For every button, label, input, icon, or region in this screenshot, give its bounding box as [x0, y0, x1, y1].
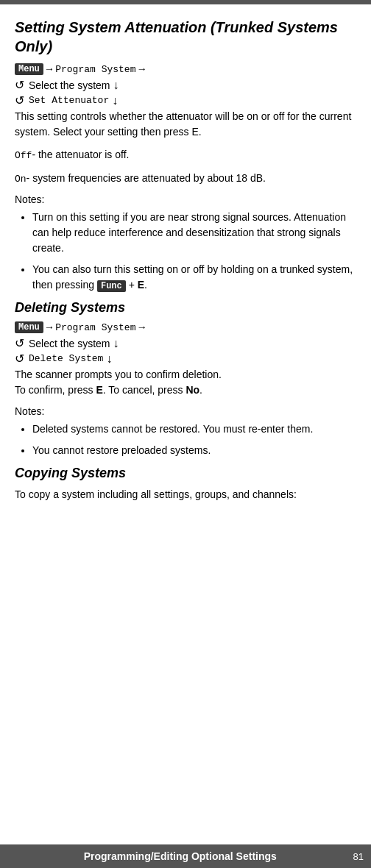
off-text: - the attenuator is off.	[32, 149, 129, 160]
arrow-icon-2: →	[138, 63, 144, 75]
arrow-icon-1: →	[46, 63, 52, 75]
on-text: - system frequencies are attenuated by a…	[26, 172, 266, 184]
arrow-icon-3: →	[46, 321, 52, 333]
section1-title: Setting System Attenuation (Trunked Syst…	[15, 18, 356, 56]
section3-description: To copy a system including all settings,…	[15, 487, 356, 502]
section2-step1: ↺ Select the system ↓	[15, 336, 356, 350]
path-text-1: Program System	[55, 64, 135, 75]
page-content: Setting System Attenuation (Trunked Syst…	[0, 4, 371, 524]
step2-mono-2: Delete System	[29, 353, 103, 364]
down-arrow-2: ↓	[112, 94, 118, 107]
section1-off: Off- the attenuator is off.	[15, 147, 356, 163]
on-label: On	[15, 174, 26, 185]
section1-on: On- system frequencies are attenuated by…	[15, 171, 356, 187]
rotate-icon-2: ↺	[15, 93, 24, 107]
footer-title: Programming/Editing Optional Settings	[7, 850, 353, 862]
menu-badge-2: Menu	[15, 321, 43, 333]
rotate-icon-3: ↺	[15, 336, 24, 350]
e-key: E	[138, 279, 144, 291]
rotate-icon-1: ↺	[15, 78, 24, 92]
footer-bar: Programming/Editing Optional Settings 81	[0, 844, 371, 868]
section1-step2: ↺ Set Attenuator ↓	[15, 93, 356, 107]
step1-text-2: Select the system	[29, 338, 110, 349]
list-item: You cannot restore preloaded systems.	[32, 443, 356, 458]
step1-text-1: Select the system	[29, 79, 110, 91]
section2-step2: ↺ Delete System ↓	[15, 352, 356, 366]
e-key-2: E	[96, 384, 102, 396]
down-arrow-1: ↓	[113, 79, 119, 92]
no-key: No	[186, 384, 199, 396]
section3-title: Copying Systems	[15, 466, 356, 481]
section2-description1: The scanner prompts you to confirm delet…	[15, 367, 356, 398]
section1-notes-label: Notes:	[15, 193, 356, 205]
arrow-icon-4: →	[138, 321, 144, 333]
down-arrow-3: ↓	[113, 337, 119, 350]
down-arrow-4: ↓	[106, 352, 112, 366]
section2-notes-label: Notes:	[15, 405, 356, 417]
path-text-2: Program System	[55, 322, 135, 333]
step2-mono-1: Set Attenuator	[29, 95, 109, 106]
list-item: Turn on this setting if you are near str…	[32, 210, 356, 256]
section1-step1: ↺ Select the system ↓	[15, 78, 356, 92]
page-number: 81	[353, 851, 364, 862]
section2-notes-list: Deleted systems cannot be restored. You …	[26, 421, 356, 458]
rotate-icon-4: ↺	[15, 352, 24, 366]
section1-menu-path: Menu → Program System →	[15, 63, 356, 75]
section1-description: This setting controls whether the attenu…	[15, 109, 356, 140]
section1-notes-list: Turn on this setting if you are near str…	[26, 210, 356, 293]
func-badge: Func	[97, 280, 126, 292]
section2-menu-path: Menu → Program System →	[15, 321, 356, 333]
section2-title: Deleting Systems	[15, 300, 356, 316]
list-item: Deleted systems cannot be restored. You …	[32, 421, 356, 437]
list-item: You can also turn this setting on or off…	[32, 262, 356, 293]
menu-badge-1: Menu	[15, 63, 43, 75]
off-label: Off	[15, 150, 32, 161]
